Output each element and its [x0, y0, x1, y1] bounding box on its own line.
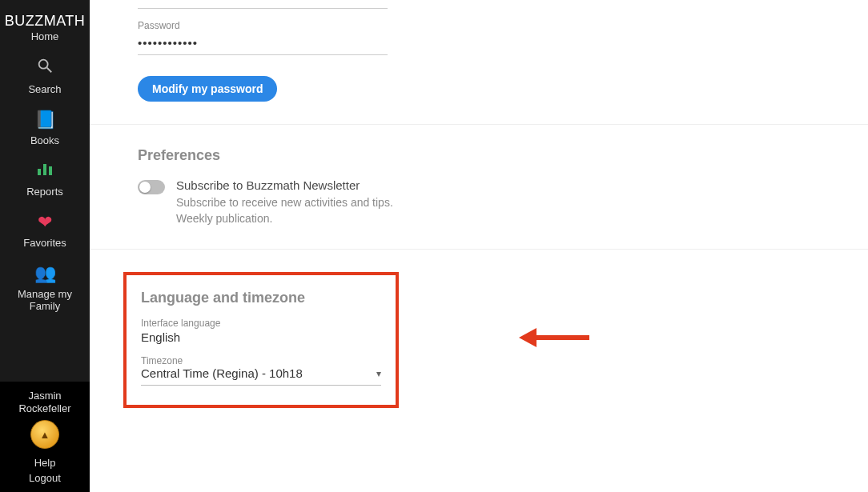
sidebar-item-reports[interactable]: Reports [0, 154, 90, 206]
svg-rect-2 [38, 169, 41, 175]
sidebar-item-label: Reports [26, 186, 63, 198]
sidebar-item-label: Search [28, 83, 61, 96]
password-field[interactable] [138, 31, 388, 55]
user-avatar-badge[interactable]: ▲ [30, 420, 59, 449]
help-link[interactable]: Help [34, 455, 56, 470]
settings-content: Password Modify my password Preferences … [90, 0, 868, 408]
sidebar-item-books[interactable]: 📘 Books [0, 103, 90, 154]
newsletter-text: Subscribe to Buzzmath Newsletter Subscri… [176, 178, 416, 226]
reports-icon [36, 161, 54, 182]
prev-field-underline [138, 8, 388, 9]
password-label: Password [138, 20, 868, 31]
timezone-select[interactable]: Central Time (Regina) - 10h18 ▾ [141, 366, 381, 386]
sidebar-item-label: Manage my Family [3, 288, 86, 313]
user-last-name: Rockefeller [18, 402, 70, 415]
heart-icon: ❤ [38, 212, 52, 233]
newsletter-title: Subscribe to Buzzmath Newsletter [176, 178, 416, 192]
search-icon [36, 57, 54, 79]
timezone-label: Timezone [141, 355, 381, 366]
badge-glyph: ▲ [40, 429, 50, 441]
logo: BUZZMATH [5, 13, 86, 30]
sidebar-item-home[interactable]: BUZZMATH Home [0, 5, 90, 50]
modify-password-button[interactable]: Modify my password [138, 76, 277, 102]
svg-point-0 [39, 60, 48, 69]
timezone-value: Central Time (Regina) - 10h18 [141, 366, 303, 380]
language-timezone-highlight: Language and timezone Interface language… [123, 272, 399, 408]
newsletter-description: Subscribe to receive new activities and … [176, 195, 416, 226]
newsletter-row: Subscribe to Buzzmath Newsletter Subscri… [138, 178, 868, 226]
user-name: Jasmin Rockefeller [18, 390, 70, 416]
sidebar-item-family[interactable]: 👥 Manage my Family [0, 257, 90, 321]
sidebar-item-favorites[interactable]: ❤ Favorites [0, 206, 90, 257]
language-timezone-section: Language and timezone Interface language… [90, 250, 868, 408]
books-icon: 📘 [34, 110, 56, 130]
logout-link[interactable]: Logout [29, 470, 61, 486]
interface-language-value[interactable]: English [141, 330, 381, 344]
sidebar-top: BUZZMATH Home Search 📘 Books Re [0, 0, 90, 321]
user-first-name: Jasmin [18, 390, 70, 402]
svg-line-1 [47, 68, 52, 73]
newsletter-toggle[interactable] [138, 180, 165, 194]
sidebar-item-label: Books [30, 134, 59, 147]
chevron-down-icon: ▾ [376, 368, 381, 379]
interface-language-label: Interface language [141, 318, 381, 329]
password-section: Password Modify my password [90, 8, 868, 125]
sidebar: BUZZMATH Home Search 📘 Books Re [0, 0, 90, 492]
family-icon: 👥 [34, 263, 56, 284]
svg-rect-3 [43, 164, 46, 175]
language-timezone-title: Language and timezone [141, 290, 381, 306]
svg-rect-4 [49, 166, 52, 175]
preferences-section: Preferences Subscribe to Buzzmath Newsle… [90, 125, 868, 250]
sidebar-item-label: Home [31, 30, 59, 43]
main-content: Password Modify my password Preferences … [90, 0, 868, 492]
preferences-title: Preferences [138, 147, 868, 164]
sidebar-item-search[interactable]: Search [0, 50, 90, 103]
sidebar-item-label: Favorites [23, 237, 66, 250]
sidebar-bottom: Jasmin Rockefeller ▲ Help Logout [0, 382, 90, 493]
toggle-knob [139, 182, 151, 193]
